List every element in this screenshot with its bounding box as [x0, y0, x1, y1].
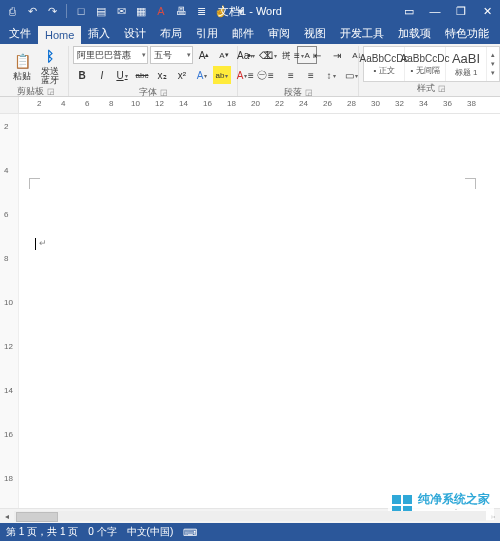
horizontal-scrollbar[interactable]: ◂ ▸ — [0, 508, 500, 523]
margin-corner-tl — [29, 178, 40, 189]
tab-special[interactable]: 特色功能 — [438, 23, 496, 44]
tab-layout[interactable]: 布局 — [153, 23, 189, 44]
bluetooth-send-button[interactable]: ᛒ 发送蓝牙 — [36, 46, 64, 85]
text-effects-button[interactable]: A▾ — [193, 66, 211, 84]
font-name-select[interactable]: 阿里巴巴普惠▾ — [73, 46, 148, 64]
style-heading1-label: 标题 1 — [455, 67, 478, 78]
superscript-button[interactable]: x² — [173, 66, 191, 84]
window-title: 文档1 - Word — [218, 4, 282, 19]
paragraph-mark-icon: ↵ — [39, 238, 47, 248]
tab-developer[interactable]: 开发工具 — [333, 23, 391, 44]
bold-button[interactable]: B — [73, 66, 91, 84]
group-font: 阿里巴巴普惠▾ 五号▾ A▴ A▾ Aa▾ ⌫ 拼 A B I U▾ abc x… — [69, 46, 238, 96]
title-bar: ⎙ ↶ ↷ □ ▤ ✉ ▦ A 🖶 ≣ ☝ ▾ 文档1 - Word ▭ — ❐… — [0, 0, 500, 22]
clipboard-launcher-icon[interactable]: ◲ — [47, 87, 55, 96]
vertical-ruler[interactable]: 2 4 6 8 10 12 14 16 18 — [0, 114, 19, 508]
document-area: 2 4 6 8 10 12 14 16 18 ↵ — [0, 114, 500, 508]
scroll-thumb[interactable] — [16, 512, 58, 522]
grow-font-button[interactable]: A▴ — [195, 46, 213, 64]
watermark-title: 纯净系统之家 — [418, 491, 490, 508]
new-doc-icon[interactable]: □ — [73, 3, 89, 19]
ruler-ticks: 2 4 6 8 10 12 14 16 18 20 22 24 26 28 30… — [19, 97, 500, 113]
scroll-track[interactable] — [14, 511, 486, 521]
underline-button[interactable]: U▾ — [113, 66, 131, 84]
paste-label: 粘贴 — [13, 72, 31, 81]
mail-icon[interactable]: ✉ — [113, 3, 129, 19]
ribbon: 📋 粘贴 ᛒ 发送蓝牙 剪贴板◲ 阿里巴巴普惠▾ 五号▾ A▴ A▾ Aa▾ ⌫… — [0, 44, 500, 97]
paste-button[interactable]: 📋 粘贴 — [8, 51, 36, 81]
undo-icon[interactable]: ↶ — [24, 3, 40, 19]
tab-design[interactable]: 设计 — [117, 23, 153, 44]
style-heading1[interactable]: AaBI 标题 1 — [446, 47, 487, 81]
style-normal[interactable]: AaBbCcDc • 正文 — [364, 47, 405, 81]
save-icon[interactable]: ⎙ — [4, 3, 20, 19]
group-styles: AaBbCcDc • 正文 AaBbCcDc • 无间隔 AaBI 标题 1 ▴… — [359, 46, 500, 96]
tab-file[interactable]: 文件 — [2, 23, 38, 44]
horizontal-ruler[interactable]: 2 4 6 8 10 12 14 16 18 20 22 24 26 28 30… — [0, 97, 500, 114]
tab-home[interactable]: Home — [38, 26, 81, 44]
margin-corner-tr — [465, 178, 476, 189]
text-cursor — [35, 238, 36, 250]
font-size-select[interactable]: 五号▾ — [150, 46, 193, 64]
align-right-button[interactable]: ≡ — [282, 66, 300, 84]
style-no-spacing-label: • 无间隔 — [410, 65, 439, 76]
styles-gallery: AaBbCcDc • 正文 AaBbCcDc • 无间隔 AaBI 标题 1 ▴… — [363, 46, 500, 82]
tab-references[interactable]: 引用 — [189, 23, 225, 44]
bluetooth-icon: ᛒ — [40, 46, 60, 66]
highlight-button[interactable]: ab▾ — [213, 66, 231, 84]
style-normal-label: • 正文 — [373, 65, 394, 76]
font-launcher-icon[interactable]: ◲ — [160, 88, 168, 97]
strikethrough-button[interactable]: abc — [133, 66, 151, 84]
group-clipboard: 📋 粘贴 ᛒ 发送蓝牙 剪贴板◲ — [4, 46, 69, 96]
subscript-button[interactable]: x₂ — [153, 66, 171, 84]
style-no-spacing-preview: AaBbCcDc — [401, 53, 450, 64]
bullets-qat-icon[interactable]: ≣ — [193, 3, 209, 19]
minimize-button[interactable]: — — [426, 2, 444, 20]
document-page[interactable]: ↵ — [19, 114, 500, 508]
increase-indent-button[interactable]: ⇥ — [328, 46, 346, 64]
status-language[interactable]: 中文(中国) — [127, 525, 174, 539]
print-icon[interactable]: 🖶 — [173, 3, 189, 19]
align-center-button[interactable]: ≡ — [262, 66, 280, 84]
restore-button[interactable]: ❐ — [452, 2, 470, 20]
group-paragraph: •▾ 1.▾ ⋮≡▾ ⇤ ⇥ A↓ ¶ ≡ ≡ ≡ ≡ ↕▾ ▭▾ 田▾ 段落◲ — [238, 46, 359, 96]
tab-view[interactable]: 视图 — [297, 23, 333, 44]
ruler-corner — [0, 97, 19, 113]
style-heading1-preview: AaBI — [452, 51, 480, 66]
style-no-spacing[interactable]: AaBbCcDc • 无间隔 — [405, 47, 446, 81]
align-left-button[interactable]: ≡ — [242, 66, 260, 84]
multilevel-list-button[interactable]: ⋮≡▾ — [282, 46, 306, 64]
ime-icon[interactable]: ⌨ — [183, 527, 197, 538]
status-bar: 第 1 页，共 1 页 0 个字 中文(中国) ⌨ — [0, 523, 500, 541]
line-spacing-button[interactable]: ↕▾ — [322, 66, 340, 84]
paragraph-launcher-icon[interactable]: ◲ — [305, 88, 313, 97]
ribbon-tabs: 文件 Home 插入 设计 布局 引用 邮件 审阅 视图 开发工具 加载项 特色… — [0, 22, 500, 44]
ribbon-options-icon[interactable]: ▭ — [400, 2, 418, 20]
tab-foxit-pdf[interactable]: 福昕PDF — [496, 23, 500, 44]
open-icon[interactable]: ▤ — [93, 3, 109, 19]
tab-review[interactable]: 审阅 — [261, 23, 297, 44]
paste-icon: 📋 — [12, 51, 32, 71]
tab-insert[interactable]: 插入 — [81, 23, 117, 44]
shading-button[interactable]: ▭▾ — [342, 66, 360, 84]
redo-icon[interactable]: ↷ — [44, 3, 60, 19]
font-color-qat-icon[interactable]: A — [153, 3, 169, 19]
numbering-button[interactable]: 1.▾ — [262, 46, 280, 64]
close-button[interactable]: ✕ — [478, 2, 496, 20]
tab-mailings[interactable]: 邮件 — [225, 23, 261, 44]
italic-button[interactable]: I — [93, 66, 111, 84]
shrink-font-button[interactable]: A▾ — [215, 46, 233, 64]
quick-access-toolbar: ⎙ ↶ ↷ □ ▤ ✉ ▦ A 🖶 ≣ ☝ ▾ — [4, 3, 249, 19]
styles-more-button[interactable]: ▴▾▾ — [487, 51, 499, 77]
table-icon[interactable]: ▦ — [133, 3, 149, 19]
scroll-left-icon[interactable]: ◂ — [0, 512, 14, 521]
bullets-button[interactable]: •▾ — [242, 46, 260, 64]
status-word-count[interactable]: 0 个字 — [88, 525, 116, 539]
justify-button[interactable]: ≡ — [302, 66, 320, 84]
styles-launcher-icon[interactable]: ◲ — [438, 84, 446, 93]
bluetooth-send-label: 发送蓝牙 — [41, 67, 59, 85]
group-styles-label: 样式 — [417, 82, 435, 95]
status-page[interactable]: 第 1 页，共 1 页 — [6, 525, 78, 539]
decrease-indent-button[interactable]: ⇤ — [308, 46, 326, 64]
tab-addins[interactable]: 加载项 — [391, 23, 438, 44]
